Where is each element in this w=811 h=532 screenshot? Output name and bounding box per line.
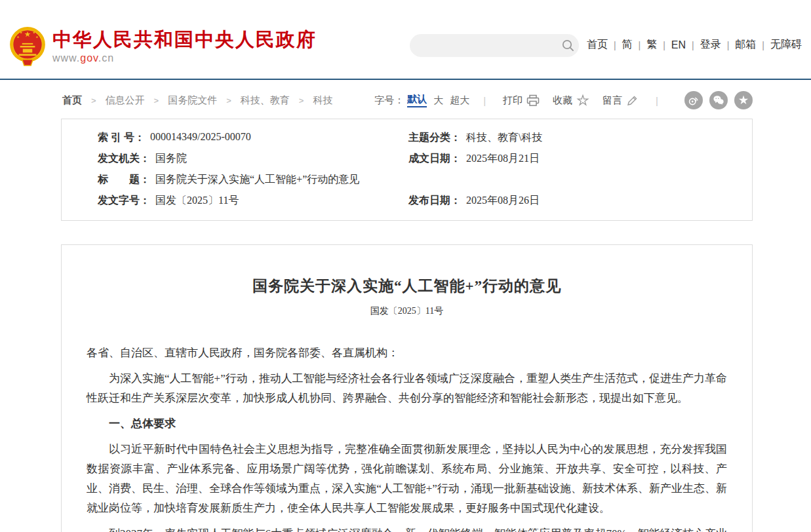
meta-value: 国务院关于深入实施“人工智能+”行动的意见 (155, 173, 359, 187)
breadcrumb-separator: > (91, 96, 96, 105)
meta-value: 国发〔2025〕11号 (155, 194, 239, 208)
site-title: 中华人民共和国中央人民政府 (52, 29, 317, 50)
meta-issuing-agency: 发文机关： 国务院 (62, 152, 408, 166)
comment-button[interactable]: 留言 (603, 94, 639, 107)
nav-mail[interactable]: 邮箱 (729, 38, 762, 52)
document-meta-box: 索 引 号： 000014349/2025-00070 主题分类： 科技、教育\… (61, 119, 753, 221)
meta-label: 索 引 号： (98, 131, 145, 145)
document-title: 国务院关于深入实施“人工智能+”行动的意见 (87, 276, 727, 296)
page-toolbar: 字号： 默认 大 超大 | 打印 收藏 留言 (374, 91, 753, 109)
breadcrumb-separator: > (154, 96, 159, 105)
guiding-ideology-paragraph: 以习近平新时代中国特色社会主义思想为指导，完整准确全面贯彻新发展理念，坚持以人民… (87, 440, 727, 518)
font-size-label: 字号： (374, 94, 404, 107)
share-star-icon (738, 94, 749, 106)
search-input[interactable] (410, 34, 557, 57)
meta-topic-category: 主题分类： 科技、教育\科技 (408, 131, 752, 145)
section1-heading: 一、总体要求 (87, 414, 727, 434)
meta-label: 发文字号： (98, 194, 150, 208)
pencil-icon (626, 94, 639, 107)
goals-2027-paragraph: 到2027年，率先实现人工智能与6大重点领域广泛深度融合，新一代智能终端、智能体… (87, 524, 727, 532)
breadcrumb-sci-tech-education[interactable]: 科技、教育 (241, 94, 290, 107)
meta-index-number: 索 引 号： 000014349/2025-00070 (62, 131, 408, 145)
meta-value: 2025年08月21日 (466, 152, 540, 166)
star-outline-icon (576, 94, 589, 107)
print-button[interactable]: 打印 (503, 94, 540, 107)
site-logo[interactable]: 中华人民共和国中央人民政府 www.gov.cn (9, 26, 317, 67)
nav-simplified[interactable]: 简 (616, 38, 639, 52)
print-label: 打印 (503, 94, 523, 107)
meta-written-date: 成文日期： 2025年08月21日 (408, 152, 752, 166)
search-box (410, 34, 579, 57)
meta-label: 发布日期： (408, 194, 461, 208)
font-size-large[interactable]: 大 (433, 94, 443, 107)
meta-row: 标 题： 国务院关于深入实施“人工智能+”行动的意见 (62, 169, 752, 190)
weibo-icon (688, 94, 700, 106)
top-nav: 首页| 简| 繁| EN| 登录| 邮箱| 无障碍 (581, 38, 808, 52)
font-size-xlarge[interactable]: 超大 (450, 94, 469, 107)
nav-accessibility[interactable]: 无障碍 (764, 38, 808, 52)
breadcrumb-home[interactable]: 首页 (62, 94, 82, 107)
nav-english[interactable]: EN (665, 39, 692, 51)
document-content-box: 国务院关于深入实施“人工智能+”行动的意见 国发〔2025〕11号 各省、自治区… (61, 244, 753, 532)
favorite-button[interactable]: 收藏 (553, 94, 589, 107)
meta-label: 标 题： (98, 173, 150, 187)
meta-value: 科技、教育\科技 (466, 131, 542, 145)
brand-text: 中华人民共和国中央人民政府 www.gov.cn (52, 26, 317, 64)
toolbar-separator: | (656, 95, 658, 106)
breadcrumb-state-council-docs[interactable]: 国务院文件 (168, 94, 217, 107)
national-emblem-icon (9, 26, 46, 67)
meta-value: 国务院 (155, 152, 187, 166)
breadcrumb-toolbar-row: 首页 > 信息公开 > 国务院文件 > 科技、教育 > 科技 字号： 默认 大 … (61, 90, 753, 110)
breadcrumb: 首页 > 信息公开 > 国务院文件 > 科技、教育 > 科技 (61, 94, 332, 107)
meta-label: 主题分类： (408, 131, 461, 145)
comment-label: 留言 (603, 94, 622, 107)
page: 中华人民共和国中央人民政府 www.gov.cn 首页| 简| 繁| EN| 登… (0, 0, 811, 532)
meta-doc-number: 发文字号： 国发〔2025〕11号 (62, 194, 408, 208)
document-number: 国发〔2025〕11号 (87, 305, 727, 317)
search-button[interactable] (557, 34, 579, 57)
meta-publish-date: 发布日期： 2025年08月26日 (408, 194, 752, 208)
site-url: www.gov.cn (52, 52, 317, 64)
share-weibo-button[interactable] (684, 91, 703, 109)
breadcrumb-separator: > (226, 96, 231, 105)
toolbar-separator: | (483, 95, 486, 106)
meta-value: 2025年08月26日 (466, 194, 540, 208)
meta-label: 成文日期： (408, 152, 461, 166)
meta-label: 发文机关： (98, 152, 150, 166)
breadcrumb-separator: > (299, 96, 304, 105)
meta-row: 发文字号： 国发〔2025〕11号 发布日期： 2025年08月26日 (62, 190, 752, 211)
share-wechat-button[interactable] (709, 91, 728, 109)
nav-home[interactable]: 首页 (581, 38, 614, 52)
share-favorite-button[interactable] (734, 91, 753, 109)
nav-login[interactable]: 登录 (694, 38, 727, 52)
intro-paragraph: 为深入实施“人工智能+”行动，推动人工智能与经济社会各行业各领域广泛深度融合，重… (87, 369, 727, 408)
salutation-paragraph: 各省、自治区、直辖市人民政府，国务院各部委、各直属机构： (87, 343, 727, 363)
favorite-label: 收藏 (553, 94, 572, 107)
meta-title: 标 题： 国务院关于深入实施“人工智能+”行动的意见 (62, 173, 408, 187)
search-icon (562, 39, 574, 52)
font-size-default[interactable]: 默认 (407, 93, 427, 107)
breadcrumb-sci-tech[interactable]: 科技 (313, 94, 332, 107)
meta-row: 索 引 号： 000014349/2025-00070 主题分类： 科技、教育\… (62, 127, 752, 148)
breadcrumb-info-disclosure[interactable]: 信息公开 (106, 94, 145, 107)
site-header: 中华人民共和国中央人民政府 www.gov.cn 首页| 简| 繁| EN| 登… (0, 0, 811, 80)
document-body: 各省、自治区、直辖市人民政府，国务院各部委、各直属机构： 为深入实施“人工智能+… (87, 343, 727, 532)
nav-traditional[interactable]: 繁 (641, 38, 663, 52)
wechat-icon (713, 94, 724, 106)
meta-row: 发文机关： 国务院 成文日期： 2025年08月21日 (62, 148, 752, 169)
printer-icon (526, 94, 540, 107)
share-buttons (678, 91, 753, 109)
meta-value: 000014349/2025-00070 (150, 131, 251, 145)
